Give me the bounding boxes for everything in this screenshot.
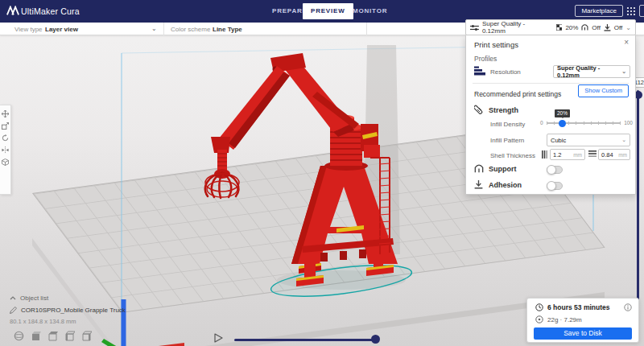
infill-pattern-label: Infill Pattern [490, 137, 524, 144]
view-top-button[interactable] [47, 330, 59, 342]
support-icon [581, 24, 588, 31]
model-name: COR10SPRO_Mobile Grapple Truck [21, 307, 126, 314]
clock-icon [535, 303, 543, 311]
app-title: UltiMaker Cura [21, 6, 80, 16]
chevron-up-icon [10, 296, 16, 300]
view-type-dropdown[interactable]: Layer view [45, 26, 78, 33]
density-tooltip: 20% [555, 109, 570, 117]
mirror-tool-icon[interactable] [2, 146, 9, 154]
print-settings-panel: Print settings × Profiles Resolution Sup… [465, 35, 636, 195]
view-front-button[interactable] [30, 330, 42, 342]
infill-density-slider[interactable]: 0 100 20% [547, 118, 621, 128]
resolution-layers-icon [474, 66, 485, 76]
view-type-label: View type [14, 26, 43, 33]
view-left-button[interactable] [64, 330, 76, 342]
camera-view-buttons [13, 330, 93, 342]
move-tool-icon[interactable] [2, 110, 9, 117]
info-icon[interactable] [624, 303, 632, 311]
sign-in-button[interactable]: Sign in [639, 5, 644, 17]
adhesion-toggle[interactable] [547, 182, 563, 190]
shell-thickness-label: Shell Thickness [490, 152, 535, 159]
scale-tool-icon[interactable] [2, 122, 9, 130]
infill-icon [556, 24, 563, 31]
ultimaker-logo-icon [6, 6, 19, 16]
simulation-slider-track[interactable] [234, 339, 376, 341]
marketplace-button[interactable]: Marketplace [575, 5, 623, 17]
adhesion-icon [474, 180, 483, 189]
adhesion-icon [604, 24, 611, 31]
color-scheme-label: Color scheme [171, 26, 210, 33]
top-bottom-thickness-input[interactable]: 0.84 mm [598, 149, 630, 160]
support-toggle[interactable] [547, 166, 563, 174]
summary-support: Off [592, 24, 601, 31]
play-button[interactable] [213, 332, 224, 344]
model-dimensions: 80.1 x 184.8 x 134.8 mm [10, 318, 126, 325]
support-section-label: Support [489, 165, 517, 173]
chevron-down-icon: ⌄ [151, 25, 157, 32]
chevron-down-icon: ⌄ [621, 68, 626, 75]
summary-adhesion: Off [614, 24, 623, 31]
per-model-settings-icon[interactable] [2, 159, 9, 166]
print-time-estimate: 6 hours 53 minutes [547, 303, 609, 311]
resolution-dropdown[interactable]: Super Quality - 0.12mm ⌄ [553, 65, 630, 78]
summary-infill: 20% [565, 24, 578, 31]
object-list-item[interactable]: COR10SPRO_Mobile Grapple Truck [10, 307, 126, 314]
adhesion-section-label: Adhesion [489, 181, 522, 189]
save-to-disk-button[interactable]: Save to Disk [534, 327, 632, 340]
view-right-button[interactable] [80, 330, 93, 342]
resolution-label: Resolution [490, 68, 521, 76]
apps-grid-icon[interactable] [626, 6, 636, 16]
top-bottom-thickness-icon [588, 150, 597, 158]
infill-pattern-dropdown[interactable]: Cubic ⌄ [547, 134, 630, 146]
slider-min-label: 0 [540, 120, 543, 126]
model-tools-strip [0, 105, 11, 195]
object-list: Object list COR10SPRO_Mobile Grapple Tru… [10, 295, 126, 325]
slider-handle[interactable] [559, 120, 566, 127]
simulation-slider-handle[interactable] [371, 335, 380, 344]
wall-thickness-icon [542, 150, 547, 159]
chevron-down-icon: ⌄ [625, 24, 631, 31]
profiles-label: Profiles [474, 55, 497, 63]
x-axis-indicator [126, 343, 184, 346]
pencil-icon [10, 307, 17, 314]
tab-monitor[interactable]: MONITOR [345, 0, 395, 23]
chevron-down-icon: ⌄ [621, 137, 626, 143]
view-3d-button[interactable] [13, 330, 25, 342]
rotate-tool-icon[interactable] [2, 134, 9, 142]
material-spool-icon [535, 315, 543, 323]
panel-title: Print settings [474, 40, 518, 49]
color-scheme-dropdown[interactable]: Line Type [213, 26, 242, 33]
support-icon [474, 164, 484, 173]
wall-thickness-input[interactable]: 1.2 mm [550, 149, 585, 160]
y-axis-indicator [101, 339, 126, 346]
material-usage-estimate: 22g · 7.29m [547, 316, 582, 323]
strength-section-label: Strength [489, 106, 518, 114]
print-settings-summary-button[interactable]: Super Quality - 0.12mm 20% Off Off ⌄ [465, 19, 636, 35]
summary-profile: Super Quality - 0.12mm [482, 20, 550, 35]
strength-screw-icon [474, 105, 485, 114]
cura-window: UltiMaker Cura PREPARE PREVIEW MONITOR M… [0, 0, 644, 346]
print-job-panel: 6 hours 53 minutes 22g · 7.29m Save to D… [526, 298, 639, 343]
infill-density-label: Infill Density [490, 121, 525, 128]
object-list-toggle[interactable]: Object list [10, 295, 126, 302]
recommended-label: Recommended print settings [474, 90, 561, 98]
show-custom-button[interactable]: Show Custom [578, 84, 629, 97]
sliders-icon [470, 24, 479, 31]
slider-max-label: 100 [624, 120, 633, 126]
close-icon[interactable]: × [624, 38, 629, 47]
